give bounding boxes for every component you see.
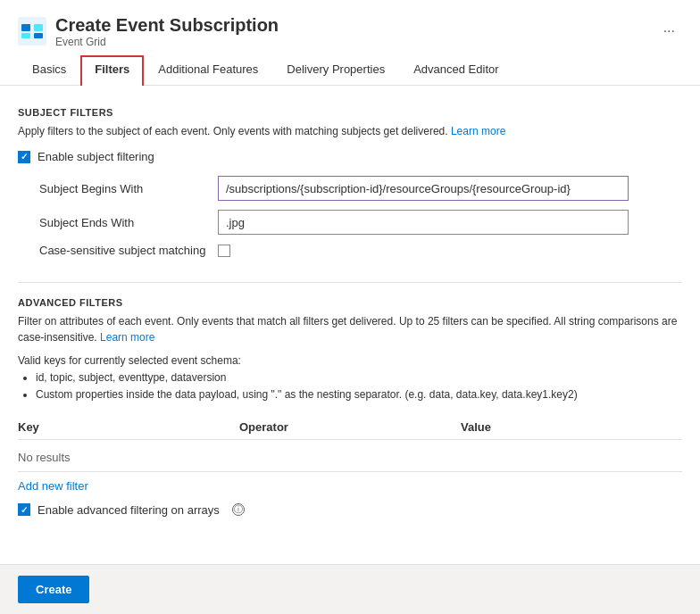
enable-subject-filtering-label: Enable subject filtering	[38, 150, 154, 163]
page-footer: Create	[0, 564, 700, 614]
valid-keys-item-2: Custom properties inside the data payloa…	[36, 386, 682, 403]
tab-additional-features[interactable]: Additional Features	[144, 55, 272, 85]
subject-filters-learn-more[interactable]: Learn more	[451, 125, 505, 137]
subject-begins-with-input[interactable]	[218, 176, 629, 201]
subject-ends-with-input[interactable]	[218, 210, 629, 235]
tab-filters[interactable]: Filters	[80, 55, 144, 86]
enable-subject-filtering-row: Enable subject filtering	[18, 150, 682, 163]
table-no-results-row: No results	[18, 444, 682, 472]
svg-rect-0	[18, 17, 46, 46]
page-header: Create Event Subscription Event Grid ···…	[0, 0, 700, 86]
no-results-operator	[239, 451, 461, 464]
subject-filters-title: SUBJECT FILTERS	[18, 107, 682, 118]
tab-advanced-editor[interactable]: Advanced Editor	[399, 55, 512, 85]
create-button[interactable]: Create	[18, 576, 89, 603]
valid-keys-title: Valid keys for currently selected event …	[18, 354, 241, 367]
advanced-filters-section: ADVANCED FILTERS Filter on attributes of…	[18, 297, 682, 517]
advanced-filters-desc: Filter on attributes of each event. Only…	[18, 313, 682, 345]
enable-advanced-filtering-checkbox[interactable]	[18, 503, 30, 516]
col-header-value: Value	[461, 420, 682, 434]
page-subtitle: Event Grid	[55, 36, 656, 48]
subject-ends-with-row: Subject Ends With	[39, 210, 682, 235]
valid-keys-list: id, topic, subject, eventtype, dataversi…	[36, 369, 682, 403]
subject-filters-desc: Apply filters to the subject of each eve…	[18, 123, 682, 139]
no-results-text: No results	[18, 451, 239, 464]
advanced-filters-learn-more[interactable]: Learn more	[100, 331, 154, 344]
tab-bar: Basics Filters Additional Features Deliv…	[18, 55, 682, 85]
no-results-value	[461, 451, 682, 464]
svg-rect-1	[21, 24, 30, 31]
event-grid-icon	[18, 17, 46, 46]
tab-delivery-properties[interactable]: Delivery Properties	[272, 55, 399, 85]
case-sensitive-checkbox[interactable]	[218, 245, 230, 257]
advanced-filters-title: ADVANCED FILTERS	[18, 297, 682, 308]
enable-advanced-filtering-label: Enable advanced filtering on arrays	[38, 503, 220, 517]
case-sensitive-label: Case-sensitive subject matching	[39, 244, 218, 257]
svg-rect-4	[34, 33, 43, 38]
subject-filters-section: SUBJECT FILTERS Apply filters to the sub…	[18, 107, 682, 257]
col-header-operator: Operator	[239, 420, 461, 434]
valid-keys-item-1: id, topic, subject, eventtype, dataversi…	[36, 369, 682, 386]
advanced-filtering-info-icon[interactable]: ⓘ	[232, 503, 245, 516]
header-title-group: Create Event Subscription Event Grid	[55, 14, 656, 48]
filters-table-header: Key Operator Value	[18, 415, 682, 440]
case-sensitive-row: Case-sensitive subject matching	[39, 244, 682, 257]
svg-rect-2	[34, 24, 43, 31]
main-content: SUBJECT FILTERS Apply filters to the sub…	[0, 86, 700, 564]
subject-begins-with-row: Subject Begins With	[39, 176, 682, 201]
section-divider	[18, 282, 682, 283]
valid-keys-section: Valid keys for currently selected event …	[18, 353, 682, 404]
add-new-filter-link[interactable]: Add new filter	[18, 479, 88, 493]
tab-basics[interactable]: Basics	[18, 55, 80, 85]
enable-subject-filtering-checkbox[interactable]	[18, 151, 30, 163]
more-options-button[interactable]: ···	[656, 20, 682, 43]
svg-rect-3	[21, 33, 30, 38]
subject-ends-with-label: Subject Ends With	[39, 216, 218, 229]
subject-filters-desc-text: Apply filters to the subject of each eve…	[18, 125, 448, 137]
page-title: Create Event Subscription	[55, 14, 656, 36]
col-header-key: Key	[18, 420, 239, 434]
enable-advanced-filtering-row: Enable advanced filtering on arrays ⓘ	[18, 503, 682, 517]
subject-begins-with-label: Subject Begins With	[39, 182, 218, 195]
page-container: Create Event Subscription Event Grid ···…	[0, 0, 700, 614]
